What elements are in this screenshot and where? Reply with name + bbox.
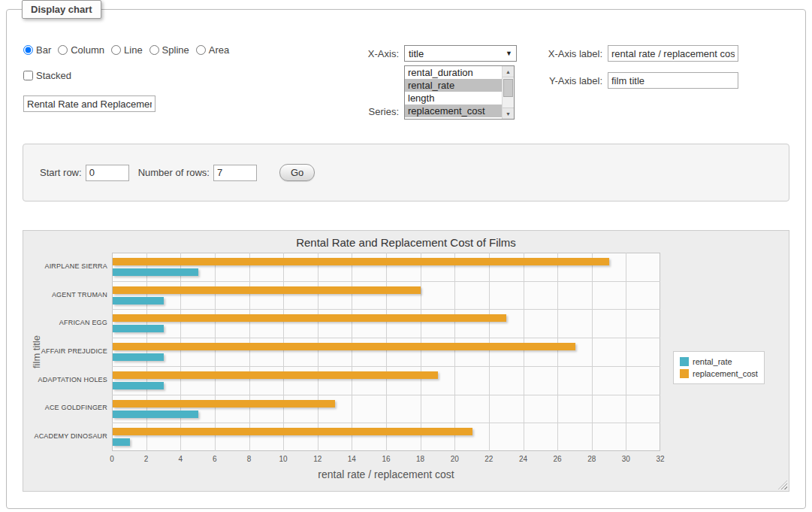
x-axis-label-row: X-Axis label: xyxy=(531,45,738,62)
grid-line-vertical xyxy=(592,253,593,451)
bar-rental_rate xyxy=(113,268,198,276)
bar-replacement_cost xyxy=(113,314,506,322)
y-category-label: ACADEMY DINOSAUR xyxy=(29,432,107,440)
y-category-label: ACE GOLDFINGER xyxy=(29,404,107,411)
grid-line-vertical xyxy=(386,253,387,451)
x-tick-label: 16 xyxy=(375,455,397,463)
grid-line-vertical xyxy=(318,253,318,451)
area-radio-label: Area xyxy=(209,44,229,56)
column-radio[interactable] xyxy=(58,45,68,55)
series-option-rental-duration[interactable]: rental_duration xyxy=(405,66,514,79)
grid-line-vertical xyxy=(180,253,181,451)
bar-rental_rate xyxy=(113,382,164,389)
grid-line-horizontal xyxy=(112,366,660,367)
y-category-label: AGENT TRUMAN xyxy=(29,291,107,298)
bar-replacement_cost xyxy=(113,258,609,265)
series-multiselect[interactable]: rental_duration rental_rate length repla… xyxy=(404,65,515,120)
num-rows-label: Number of rows: xyxy=(138,167,210,178)
bar-replacement_cost xyxy=(113,428,472,435)
spline-radio[interactable] xyxy=(149,45,159,55)
x-tick-label: 24 xyxy=(512,455,535,463)
x-axis-select[interactable]: title ▼ xyxy=(404,45,517,62)
grid-line-horizontal xyxy=(112,423,660,423)
series-option-length[interactable]: length xyxy=(405,92,514,105)
y-axis-label-label: Y-Axis label: xyxy=(531,75,602,86)
bar-rental_rate xyxy=(113,411,198,418)
chart-type-radio-group: Bar Column Line Spline Area xyxy=(23,44,229,56)
legend-swatch-rental_rate xyxy=(680,357,689,366)
y-axis-label-row: Y-Axis label: xyxy=(531,72,738,89)
bar-rental_rate xyxy=(113,325,164,332)
bar-replacement_cost xyxy=(113,343,575,350)
legend-label: rental_rate xyxy=(693,357,732,366)
y-axis-label-input[interactable] xyxy=(608,72,738,89)
grid-line-vertical xyxy=(146,253,147,451)
x-tick-label: 22 xyxy=(478,455,500,463)
legend-swatch-replacement_cost xyxy=(680,369,689,378)
stacked-option[interactable]: Stacked xyxy=(23,70,71,81)
bar-rental_rate xyxy=(113,438,130,446)
series-scrollbar[interactable]: ▲ ▼ xyxy=(502,66,514,119)
num-rows-input[interactable] xyxy=(213,165,257,181)
stacked-checkbox[interactable] xyxy=(23,71,33,80)
bar-rental_rate xyxy=(113,353,164,361)
line-radio[interactable] xyxy=(111,45,121,55)
line-radio-label: Line xyxy=(124,44,143,56)
grid-line-vertical xyxy=(421,253,421,451)
chart-controls: Bar Column Line Spline Area Stacke xyxy=(7,10,805,123)
chart-type-bar[interactable]: Bar xyxy=(23,44,51,56)
series-option-replacement-cost[interactable]: replacement_cost xyxy=(405,105,514,117)
legend-item: replacement_cost xyxy=(680,368,758,380)
grid-line-vertical xyxy=(454,253,455,451)
bar-rental_rate xyxy=(113,297,164,304)
x-tick-label: 2 xyxy=(135,455,158,463)
x-axis-row: X-Axis: title ▼ xyxy=(345,45,517,62)
grid-line-horizontal xyxy=(112,395,660,395)
series-option-rental-rate[interactable]: rental_rate xyxy=(405,79,514,92)
x-tick-label: 20 xyxy=(443,455,466,463)
x-tick-label: 18 xyxy=(409,455,432,463)
bar-replacement_cost xyxy=(113,286,421,294)
x-axis-label-input[interactable] xyxy=(608,45,738,62)
x-tick-label: 26 xyxy=(546,455,569,463)
y-category-label: AIRPLANE SIERRA xyxy=(29,262,107,270)
y-category-label: AFFAIR PREJUDICE xyxy=(29,347,107,355)
scroll-up-icon[interactable]: ▲ xyxy=(503,66,514,77)
scroll-down-icon[interactable]: ▼ xyxy=(503,108,514,119)
chart-legend: rental_ratereplacement_cost xyxy=(673,351,765,384)
scrollbar-thumb[interactable] xyxy=(503,79,513,97)
grid-line-horizontal xyxy=(112,309,660,310)
x-axis-label: X-Axis: xyxy=(345,48,399,59)
x-tick-label: 14 xyxy=(340,455,363,463)
legend-label: replacement_cost xyxy=(693,369,758,378)
resize-handle-icon[interactable] xyxy=(778,480,787,489)
x-tick-label: 0 xyxy=(101,455,123,463)
chart-type-column[interactable]: Column xyxy=(58,44,104,56)
x-tick-label: 30 xyxy=(614,455,637,463)
grid-line-vertical xyxy=(215,253,216,451)
chart-type-area[interactable]: Area xyxy=(196,44,229,56)
chart-x-axis-title: rental rate / replacement cost xyxy=(112,468,660,480)
x-axis-selected-value: title xyxy=(409,48,424,59)
grid-line-horizontal xyxy=(112,338,660,338)
area-radio[interactable] xyxy=(196,45,206,55)
start-row-input[interactable] xyxy=(86,165,129,181)
y-category-label: ADAPTATION HOLES xyxy=(29,376,107,383)
series-label: Series: xyxy=(345,106,399,117)
grid-line-vertical xyxy=(489,253,490,451)
grid-line-vertical xyxy=(352,253,352,451)
x-tick-label: 4 xyxy=(169,455,192,463)
grid-line-vertical xyxy=(557,253,558,451)
chart-type-line[interactable]: Line xyxy=(111,44,143,56)
y-category-label: AFRICAN EGG xyxy=(29,319,107,326)
chart-type-spline[interactable]: Spline xyxy=(149,44,189,56)
column-radio-label: Column xyxy=(71,44,104,56)
legend-item: rental_rate xyxy=(680,356,758,368)
chart-title-input[interactable] xyxy=(23,95,155,112)
go-button[interactable]: Go xyxy=(279,164,315,181)
x-axis-label-label: X-Axis label: xyxy=(531,48,602,59)
bar-radio[interactable] xyxy=(23,45,33,55)
stacked-label: Stacked xyxy=(36,70,71,81)
fieldset-legend: Display chart xyxy=(22,0,101,19)
chevron-down-icon: ▼ xyxy=(506,50,512,57)
